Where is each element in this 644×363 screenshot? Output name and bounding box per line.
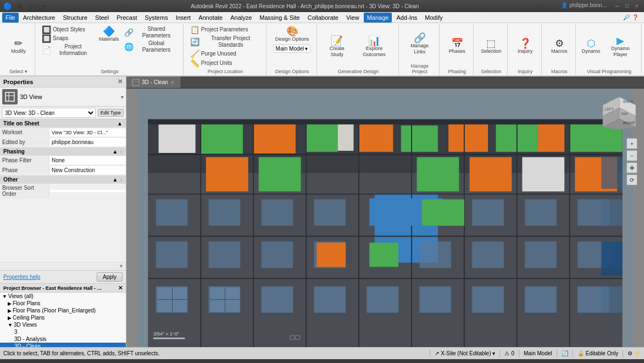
phasing-section[interactable]: Phasing ▲ ↕ xyxy=(0,147,126,156)
global-params-btn[interactable]: 🌐 Global Parameters xyxy=(122,40,180,54)
browser-item-6[interactable]: 3D - Analysis xyxy=(0,336,126,343)
properties-help-link[interactable]: Properties help xyxy=(3,274,40,280)
minimize-btn[interactable]: ─ xyxy=(613,2,621,10)
close-btn[interactable]: ✕ xyxy=(633,2,641,10)
menu-insert[interactable]: Insert xyxy=(173,13,195,23)
ribbon-group-design-opts: 🎨 Design Options Main Model ▾ Design Opt… xyxy=(268,24,317,75)
design-options-btn[interactable]: 🎨 Design Options xyxy=(273,25,312,43)
orbit-btn[interactable]: ⟳ xyxy=(626,174,637,185)
workset-value[interactable]: View "3D View: 3D - Cl..." xyxy=(49,129,126,136)
proj-params-label: Project Parameters xyxy=(201,26,248,33)
edit-type-btn[interactable]: Edit Type xyxy=(98,109,124,117)
status-warnings[interactable]: ⚠ 0 xyxy=(504,350,514,356)
modify-btn[interactable]: ✏ Modify xyxy=(7,37,31,56)
browser-item-icon-2: ▶ xyxy=(8,308,12,314)
create-study-btn[interactable]: 📝 Create Study xyxy=(321,35,352,59)
menu-architecture[interactable]: Architecture xyxy=(20,13,59,23)
view-type-dropdown[interactable]: ▾ xyxy=(121,94,124,100)
shared-params-btn[interactable]: 🔗 Shared Parameters xyxy=(122,25,180,40)
inquiry-label: Inquiry xyxy=(518,48,532,54)
project-units-btn[interactable]: 📏 Project Units xyxy=(188,59,235,68)
menu-modify[interactable]: Modify xyxy=(421,13,446,23)
browser-item-1[interactable]: ▶Floor Plans xyxy=(0,300,126,307)
phase-value[interactable]: New Construction xyxy=(49,166,126,174)
menu-massing[interactable]: Massing & Site xyxy=(256,13,303,23)
project-info-btn[interactable]: 📄 Project Information xyxy=(40,43,96,57)
browser-item-icon-0: ▼ xyxy=(2,294,7,299)
view-cube[interactable]: BACK LEFT RIGHT TOP xyxy=(600,94,639,133)
phases-btn[interactable]: 📅 Phases xyxy=(447,37,468,56)
macros-btn[interactable]: ⚙ Macros xyxy=(549,37,570,56)
undo-btn[interactable]: ↩ xyxy=(26,1,36,11)
pan-btn[interactable]: ✥ xyxy=(626,162,637,173)
purge-unused-btn[interactable]: 🧹 Purge Unused xyxy=(188,50,238,58)
browser-item-2[interactable]: ▶Floor Plans (Floor Plan_Enlarged) xyxy=(0,307,126,314)
properties-close-btn[interactable]: ✕ xyxy=(118,78,123,85)
sync-icon: 🔄 xyxy=(562,350,568,356)
browser-item-5[interactable]: 3 xyxy=(0,328,126,336)
edited-by-value[interactable]: philippe.bonneau xyxy=(49,138,126,146)
create-study-icon: 📝 xyxy=(331,36,343,46)
menu-structure[interactable]: Structure xyxy=(59,13,91,23)
transfer-standards-btn[interactable]: 🔄 Transfer Project Standards xyxy=(188,35,263,49)
browser-item-7[interactable]: 3D - Clean xyxy=(0,343,126,347)
inquiry-icon: ❓ xyxy=(519,38,531,48)
menu-systems[interactable]: Systems xyxy=(141,13,171,23)
menu-view[interactable]: View xyxy=(343,13,363,23)
browser-item-4[interactable]: ▼3D Views xyxy=(0,321,126,328)
menu-steel[interactable]: Steel xyxy=(92,13,112,23)
editable-label: Editable Only xyxy=(586,350,618,356)
design-model-dropdown[interactable]: Main Model ▾ xyxy=(273,45,311,53)
viewport-tab-3d-clean[interactable]: 3D - Clean ✕ xyxy=(126,76,181,88)
svg-rect-9 xyxy=(201,123,243,155)
maximize-btn[interactable]: □ xyxy=(623,2,631,10)
browser-sort-label: Browser Sort Order xyxy=(0,184,49,198)
location-dropdown[interactable]: ▾ xyxy=(492,350,495,356)
props-footer: Properties help Apply xyxy=(0,270,126,283)
zoom-out-btn[interactable]: − xyxy=(626,150,637,161)
materials-btn[interactable]: 🔷 Materials xyxy=(97,25,121,43)
viewport-canvas[interactable]: 3/64" = 1'-0" xyxy=(126,89,644,347)
dynamo-player-btn[interactable]: ▶ Dynamo Player xyxy=(603,35,638,59)
apply-btn[interactable]: Apply xyxy=(97,272,123,282)
explore-outcomes-btn[interactable]: 📊 Explore Outcomes xyxy=(353,35,395,59)
snaps-btn[interactable]: 🔲 Snaps xyxy=(40,34,96,43)
viewport-tab-close[interactable]: ✕ xyxy=(170,80,175,85)
title-left-icons[interactable]: 🔵 🖫 ↩ ↪ xyxy=(3,1,48,11)
browser-sort-value[interactable] xyxy=(49,190,126,192)
window-controls[interactable]: 👤 philippe.bonn... ─ □ ✕ xyxy=(561,2,641,10)
redo-btn[interactable]: ↪ xyxy=(38,1,48,11)
project-params-btn[interactable]: 📋 Project Parameters xyxy=(188,25,251,34)
ribbon-group-inquiry: ❓ Inquiry Inquiry xyxy=(509,24,542,75)
menu-addins[interactable]: Add-Ins xyxy=(393,13,420,23)
model-label: Main Model xyxy=(524,350,552,356)
phase-filter-value[interactable]: None xyxy=(49,156,126,164)
svg-rect-53 xyxy=(472,241,504,268)
title-on-sheet-section[interactable]: Title on Sheet ▲ xyxy=(0,119,126,128)
svg-rect-46 xyxy=(525,287,557,313)
other-section[interactable]: Other ▲ ↕ xyxy=(0,175,126,184)
inquiry-btn[interactable]: ❓ Inquiry xyxy=(515,37,535,56)
status-location[interactable]: ↗ X-Site (Not Editable) ▾ xyxy=(435,350,495,356)
manage-links-btn[interactable]: 🔗 Manage Links xyxy=(403,32,436,56)
object-styles-btn[interactable]: 🔲 Object Styles xyxy=(40,25,96,34)
menu-precast[interactable]: Precast xyxy=(113,13,140,23)
menu-collaborate[interactable]: Collaborate xyxy=(304,13,342,23)
main-area: Properties ✕ 3D View ▾ 3D View: 3D - Cle… xyxy=(0,76,644,347)
menu-manage[interactable]: Manage xyxy=(364,13,392,23)
browser-item-0[interactable]: ▼Views (all) xyxy=(0,293,126,300)
menu-annotate[interactable]: Annotate xyxy=(195,13,226,23)
status-model[interactable]: Main Model xyxy=(524,350,552,356)
dynamo-btn[interactable]: ⬡ Dynamo xyxy=(580,37,602,56)
browser-close-btn[interactable]: ✕ xyxy=(118,285,123,291)
manage-links-label: Manage Links xyxy=(406,43,434,55)
menu-analyze[interactable]: Analyze xyxy=(227,13,255,23)
zoom-in-btn[interactable]: + xyxy=(626,138,637,149)
svg-rect-56 xyxy=(369,243,398,267)
quick-access-btn[interactable]: 🖫 xyxy=(14,1,24,11)
status-sync[interactable]: 🔄 xyxy=(562,350,568,356)
browser-item-3[interactable]: ▶Ceiling Plans xyxy=(0,314,126,321)
selection-btn[interactable]: ⬚ Selection xyxy=(478,37,505,56)
view-name-select[interactable]: 3D View: 3D - Clean xyxy=(2,108,96,118)
menu-file[interactable]: File xyxy=(2,13,19,23)
